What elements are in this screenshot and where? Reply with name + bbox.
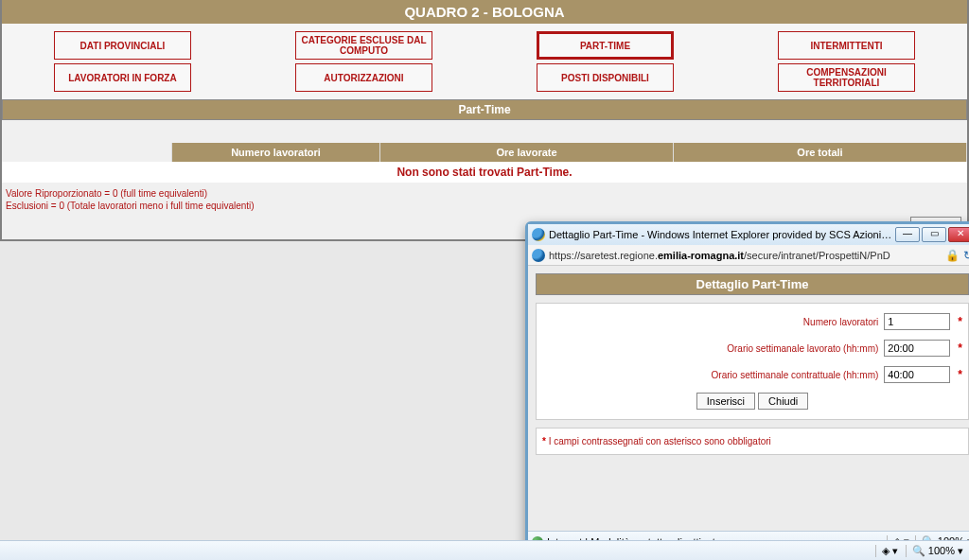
- section-title: Part-Time: [2, 99, 967, 120]
- nav-dati-provinciali[interactable]: DATI PROVINCIALI: [54, 31, 191, 60]
- address-bar[interactable]: https://saretest.regione.emilia-romagna.…: [528, 245, 969, 266]
- chiudi-button[interactable]: Chiudi: [758, 393, 808, 410]
- zoom-control[interactable]: 🔍 100% ▾: [906, 545, 963, 557]
- main-page: QUADRO 2 - BOLOGNA DATI PROVINCIALI CATE…: [0, 0, 969, 241]
- refresh-icon[interactable]: ↻: [963, 249, 969, 262]
- maximize-button[interactable]: ▭: [922, 227, 946, 242]
- popup-window: Dettaglio Part-Time - Windows Internet E…: [525, 221, 969, 554]
- safety-dropdown[interactable]: ◈ ▾: [875, 545, 898, 557]
- minimize-button[interactable]: —: [895, 227, 920, 242]
- info-lines: Valore Riproporzionato = 0 (full time eq…: [2, 183, 967, 215]
- main-status-bar: ◈ ▾ 🔍 100% ▾: [0, 540, 969, 560]
- popup-window-title: Dettaglio Part-Time - Windows Internet E…: [549, 229, 895, 240]
- ie-icon: [532, 249, 545, 262]
- required-note: * I campi contrassegnati con asterisco s…: [536, 428, 969, 455]
- url-text: https://saretest.regione.emilia-romagna.…: [549, 250, 942, 261]
- inserisci-button[interactable]: Inserisci: [696, 393, 755, 410]
- required-asterisk: *: [958, 341, 962, 355]
- required-asterisk: *: [958, 315, 962, 328]
- label-orario-lavorato: Orario settimanale lavorato (hh:mm): [542, 343, 884, 354]
- valore-riproporzionato: Valore Riproporzionato = 0 (full time eq…: [6, 188, 963, 199]
- popup-body: Dettaglio Part-Time Numero lavoratori * …: [528, 266, 969, 531]
- ie-icon: [532, 228, 545, 241]
- input-orario-contrattuale[interactable]: [884, 366, 950, 383]
- part-time-table: Numero lavoratori Ore lavorate Ore total…: [2, 143, 967, 183]
- col-ore-totali: Ore totali: [674, 143, 967, 162]
- no-results-message: Non sono stati trovati Part-Time.: [2, 162, 967, 183]
- nav-part-time[interactable]: PART-TIME: [537, 31, 674, 60]
- nav-autorizzazioni[interactable]: AUTORIZZAZIONI: [295, 63, 432, 92]
- page-title: QUADRO 2 - BOLOGNA: [2, 0, 967, 24]
- esclusioni: Esclusioni = 0 (Totale lavoratori meno i…: [6, 201, 963, 211]
- form-block: Numero lavoratori * Orario settimanale l…: [536, 303, 969, 420]
- col-numero-lavoratori: Numero lavoratori: [172, 143, 380, 162]
- lock-icon: 🔒: [945, 249, 960, 262]
- nav-area: DATI PROVINCIALI CATEGORIE ESCLUSE DAL C…: [2, 24, 967, 99]
- input-numero-lavoratori[interactable]: [884, 313, 950, 330]
- required-asterisk: *: [958, 368, 962, 381]
- popup-titlebar[interactable]: Dettaglio Part-Time - Windows Internet E…: [528, 224, 969, 245]
- col-spacer: [2, 143, 172, 162]
- nav-compensazioni[interactable]: COMPENSAZIONI TERRITORIALI: [778, 63, 915, 92]
- nav-intermittenti[interactable]: INTERMITTENTI: [778, 31, 915, 60]
- nav-lavoratori-in-forza[interactable]: LAVORATORI IN FORZA: [54, 63, 191, 92]
- nav-posti-disponibili[interactable]: POSTI DISPONIBILI: [537, 63, 674, 92]
- input-orario-lavorato[interactable]: [884, 340, 950, 357]
- detail-heading: Dettaglio Part-Time: [536, 273, 969, 295]
- label-numero-lavoratori: Numero lavoratori: [542, 317, 884, 327]
- close-button[interactable]: ✕: [948, 227, 969, 242]
- nav-categorie-escluse[interactable]: CATEGORIE ESCLUSE DAL COMPUTO: [295, 31, 432, 60]
- label-orario-contrattuale: Orario settimanale contrattuale (hh:mm): [542, 370, 884, 380]
- col-ore-lavorate: Ore lavorate: [380, 143, 674, 162]
